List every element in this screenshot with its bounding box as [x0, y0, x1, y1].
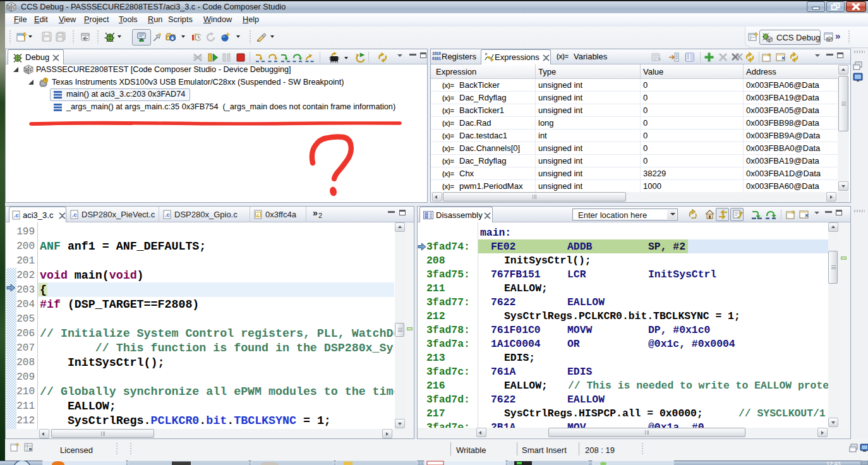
svg-text:c: c — [256, 212, 260, 218]
svg-text:12:43: 12:43 — [826, 461, 841, 465]
svg-text:.c: .c — [165, 212, 170, 218]
svg-text:.c: .c — [72, 212, 77, 218]
svg-text:.c: .c — [14, 212, 19, 219]
